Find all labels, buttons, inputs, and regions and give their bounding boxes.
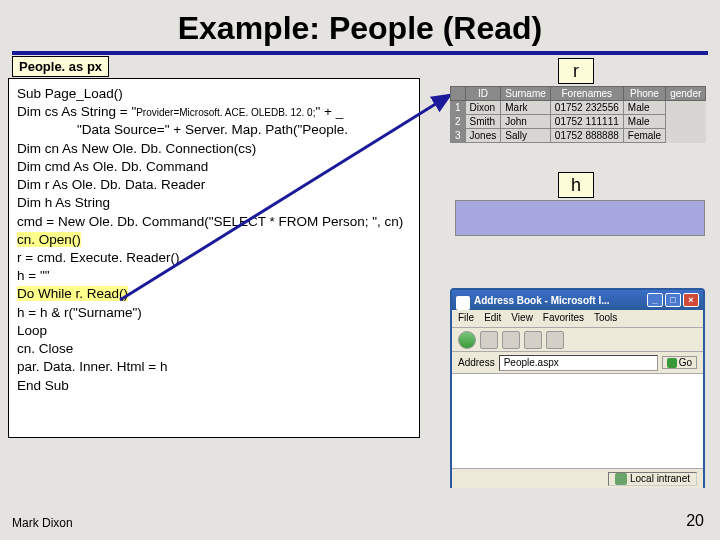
menu-edit[interactable]: Edit [484, 312, 501, 325]
slide-title: Example: People (Read) [0, 0, 720, 51]
back-button[interactable] [458, 331, 476, 349]
code-line: "Data Source=" + Server. Map. Path("Peop… [17, 121, 411, 139]
code-line: Dim r As Ole. Db. Data. Reader [17, 176, 411, 194]
filename-label: People. as px [12, 56, 109, 77]
code-line: cn. Open() [17, 231, 411, 249]
close-button[interactable]: × [683, 293, 699, 307]
data-table: ID Surname Forenames Phone gender 1 Dixo… [450, 86, 706, 143]
menu-tools[interactable]: Tools [594, 312, 617, 325]
h-output-box [455, 200, 705, 236]
code-line: Dim cn As New Ole. Db. Connection(cs) [17, 140, 411, 158]
code-line: Loop [17, 322, 411, 340]
browser-statusbar: Local intranet [452, 468, 703, 488]
code-line: Dim h As String [17, 194, 411, 212]
ie-icon [456, 296, 470, 310]
code-line: h = "" [17, 267, 411, 285]
maximize-button[interactable]: □ [665, 293, 681, 307]
code-line: End Sub [17, 377, 411, 395]
variable-label-r: r [558, 58, 594, 84]
refresh-button[interactable] [524, 331, 542, 349]
go-button[interactable]: Go [662, 356, 697, 369]
intranet-icon [615, 473, 627, 485]
stop-button[interactable] [502, 331, 520, 349]
code-line: cn. Close [17, 340, 411, 358]
code-line: r = cmd. Execute. Reader() [17, 249, 411, 267]
address-label: Address [458, 357, 495, 368]
variable-label-h: h [558, 172, 594, 198]
code-line: Sub Page_Load() [17, 85, 411, 103]
code-line: par. Data. Inner. Html = h [17, 358, 411, 376]
code-line: h = h & r("Surname") [17, 304, 411, 322]
code-line: Dim cmd As Ole. Db. Command [17, 158, 411, 176]
address-bar: Address People.aspx Go [452, 352, 703, 374]
browser-body [452, 374, 703, 468]
status-text: Local intranet [630, 473, 690, 484]
table-row: 1 Dixon Mark 01752 232556 Male [451, 101, 706, 115]
browser-title-text: Address Book - Microsoft I... [474, 295, 610, 306]
home-button[interactable] [546, 331, 564, 349]
table-row: 2 Smith John 01752 111111 Male [451, 115, 706, 129]
table-header-row: ID Surname Forenames Phone gender [451, 87, 706, 101]
menu-favorites[interactable]: Favorites [543, 312, 584, 325]
forward-button[interactable] [480, 331, 498, 349]
code-line: cmd = New Ole. Db. Command("SELECT * FRO… [17, 213, 411, 231]
page-number: 20 [686, 512, 704, 530]
table-row: 3 Jones Sally 01752 888888 Female [451, 129, 706, 143]
address-input[interactable]: People.aspx [499, 355, 658, 371]
browser-menu: File Edit View Favorites Tools [452, 310, 703, 328]
browser-titlebar: Address Book - Microsoft I... _ □ × [452, 290, 703, 310]
code-block: Sub Page_Load() Dim cs As String = "Prov… [8, 78, 420, 438]
title-rule [12, 51, 708, 55]
footer-author: Mark Dixon [12, 516, 73, 530]
menu-view[interactable]: View [511, 312, 533, 325]
code-line: Do While r. Read() [17, 285, 411, 303]
code-line: Dim cs As String = "Provider=Microsoft. … [17, 103, 411, 121]
go-icon [667, 358, 677, 368]
menu-file[interactable]: File [458, 312, 474, 325]
browser-window: Address Book - Microsoft I... _ □ × File… [450, 288, 705, 488]
minimize-button[interactable]: _ [647, 293, 663, 307]
browser-toolbar [452, 328, 703, 352]
